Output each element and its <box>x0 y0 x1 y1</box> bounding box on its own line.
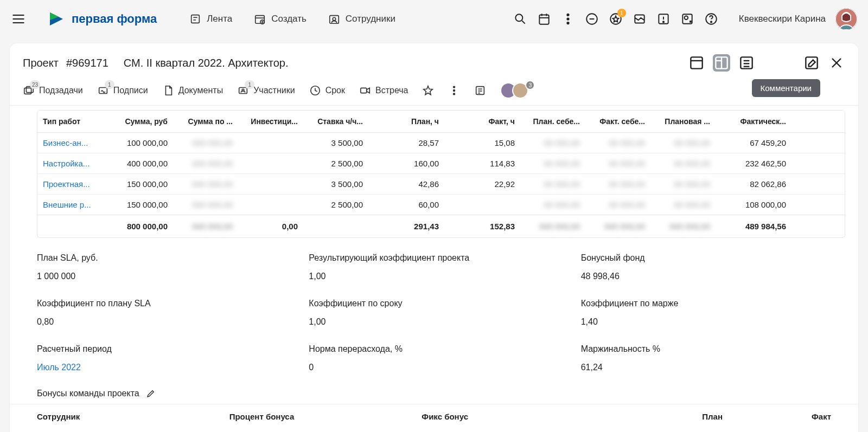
td-fact-h: 114,83 <box>444 153 520 173</box>
logo[interactable]: первая форма <box>48 10 157 28</box>
th-fact-x[interactable]: Фактическ... <box>716 111 792 132</box>
search-button[interactable] <box>513 12 527 26</box>
svg-point-63 <box>454 93 455 95</box>
bonus-th-employee[interactable]: Сотрудник <box>37 412 229 421</box>
td-blurred: 00 000,00 <box>585 133 650 153</box>
help-button[interactable] <box>704 12 718 26</box>
nav-employees[interactable]: Сотрудники <box>328 13 395 25</box>
bonus-th-plan[interactable]: План <box>614 412 723 421</box>
th-invest[interactable]: Инвестици... <box>238 111 303 132</box>
favorites-button[interactable]: 1 <box>609 12 623 26</box>
info-value: 1,40 <box>581 317 831 327</box>
td-type[interactable]: Проектная... <box>37 174 103 194</box>
td-rate: 2 500,00 <box>303 195 368 215</box>
tab-more[interactable] <box>448 85 460 96</box>
td-invest <box>238 133 303 153</box>
calendar-button[interactable] <box>537 12 551 26</box>
info-plan-sla: План SLA, руб. 1 000 000 <box>37 253 287 281</box>
bonus-th-fact[interactable]: Факт <box>723 412 831 421</box>
th-fact-h[interactable]: Факт, ч <box>444 111 520 132</box>
edit-button[interactable] <box>803 54 820 72</box>
more-button[interactable] <box>561 12 575 26</box>
nav-feed[interactable]: Лента <box>189 13 232 25</box>
bonus-th-percent[interactable]: Процент бонуса <box>229 412 422 421</box>
svg-rect-5 <box>192 15 200 23</box>
th-sum[interactable]: Сумма, руб <box>103 111 173 132</box>
total-blurred: 000 000,00 <box>585 215 650 237</box>
star-icon <box>422 85 434 96</box>
table-row[interactable]: Внешние р...150 000,00000 000,002 500,00… <box>37 195 845 215</box>
tab-meeting[interactable]: Встреча <box>359 85 409 96</box>
td-type[interactable]: Настройка... <box>37 153 103 173</box>
feed-icon <box>189 13 201 25</box>
th-type[interactable]: Тип работ <box>37 111 103 132</box>
tab-subtasks[interactable]: 23 Подзадачи <box>23 85 83 96</box>
info-label: Коэффициент по сроку <box>309 299 559 308</box>
signatures-badge: 1 <box>105 80 114 89</box>
layout-split-button[interactable] <box>713 54 730 72</box>
project-card: Проект #969171 СМ. II квартал 2022. Архи… <box>10 43 858 432</box>
svg-rect-17 <box>539 15 548 24</box>
th-plan-cost[interactable]: План. себе... <box>520 111 585 132</box>
svg-marker-27 <box>612 16 618 22</box>
table-row[interactable]: Настройка...400 000,00000 000,002 500,00… <box>37 153 845 174</box>
layout-list-button[interactable] <box>738 54 755 72</box>
table-row[interactable]: Проектная...150 000,00000 000,003 500,00… <box>37 174 845 195</box>
info-value: 0,80 <box>37 317 287 327</box>
user-name[interactable]: Квеквескири Карина <box>739 14 826 24</box>
td-invest <box>238 153 303 173</box>
layout-split-icon <box>713 54 730 72</box>
tab-deadline[interactable]: Срок <box>309 85 345 96</box>
info-bonus-fund: Бонусный фонд 48 998,46 <box>581 253 831 281</box>
nav-create[interactable]: Создать <box>254 13 307 25</box>
td-blurred: 00 000,00 <box>585 174 650 194</box>
hamburger-menu[interactable] <box>11 11 26 27</box>
bonus-th-fixed[interactable]: Фикс бонус <box>422 412 614 421</box>
td-blurred: 00 000,00 <box>520 133 585 153</box>
info-value: 61,24 <box>581 363 831 372</box>
more-vertical-icon <box>561 12 575 26</box>
chat-button[interactable] <box>585 12 599 26</box>
user-avatar[interactable] <box>835 8 857 30</box>
svg-point-31 <box>663 21 664 22</box>
main-nav: Лента Создать Сотрудники <box>189 13 395 25</box>
th-sum-by[interactable]: Сумма по ... <box>173 111 238 132</box>
th-fact-cost[interactable]: Факт. себе... <box>585 111 650 132</box>
pencil-icon <box>146 389 156 398</box>
tab-participants[interactable]: 1 Участники <box>237 85 295 96</box>
info-period: Расчетный период Июль 2022 <box>37 344 287 372</box>
td-type[interactable]: Бизнес-ан... <box>37 133 103 153</box>
tab-documents[interactable]: Документы <box>162 85 223 96</box>
td-sum: 150 000,00 <box>103 174 173 194</box>
info-coef-margin: Коэффициент по марже 1,40 <box>581 299 831 327</box>
nav-create-label: Создать <box>271 14 307 24</box>
svg-point-23 <box>567 22 569 24</box>
settings-button[interactable] <box>680 12 694 26</box>
svg-point-14 <box>333 17 336 21</box>
table-row[interactable]: Бизнес-ан...100 000,00000 000,003 500,00… <box>37 133 845 153</box>
tab-signatures[interactable]: 1 Подписи <box>97 85 148 96</box>
inbox-button[interactable] <box>633 12 647 26</box>
participant-avatars[interactable]: 3 <box>500 82 535 99</box>
participants-badge: 1 <box>245 80 254 89</box>
favorites-badge: 1 <box>617 9 626 17</box>
tab-meeting-label: Встреча <box>375 86 409 95</box>
th-plan-x[interactable]: Плановая ... <box>650 111 716 132</box>
th-plan-h[interactable]: План, ч <box>368 111 444 132</box>
documents-icon <box>162 85 174 96</box>
td-plan-h: 42,86 <box>368 174 444 194</box>
brand-text: первая форма <box>72 12 157 26</box>
th-rate[interactable]: Ставка ч/ч... <box>303 111 368 132</box>
td-type[interactable]: Внешние р... <box>37 195 103 215</box>
alert-button[interactable] <box>656 12 671 26</box>
tab-notes[interactable] <box>474 85 486 96</box>
close-button[interactable] <box>828 54 845 72</box>
edit-bonuses-button[interactable] <box>146 389 156 398</box>
td-fact-x: 108 000,00 <box>716 195 792 215</box>
tab-deadline-label: Срок <box>326 86 345 95</box>
tab-favorite[interactable] <box>422 85 434 96</box>
td-plan-h: 160,00 <box>368 153 444 173</box>
layout-single-button[interactable] <box>688 54 705 72</box>
td-sum: 150 000,00 <box>103 195 173 215</box>
info-period-link[interactable]: Июль 2022 <box>37 363 287 372</box>
